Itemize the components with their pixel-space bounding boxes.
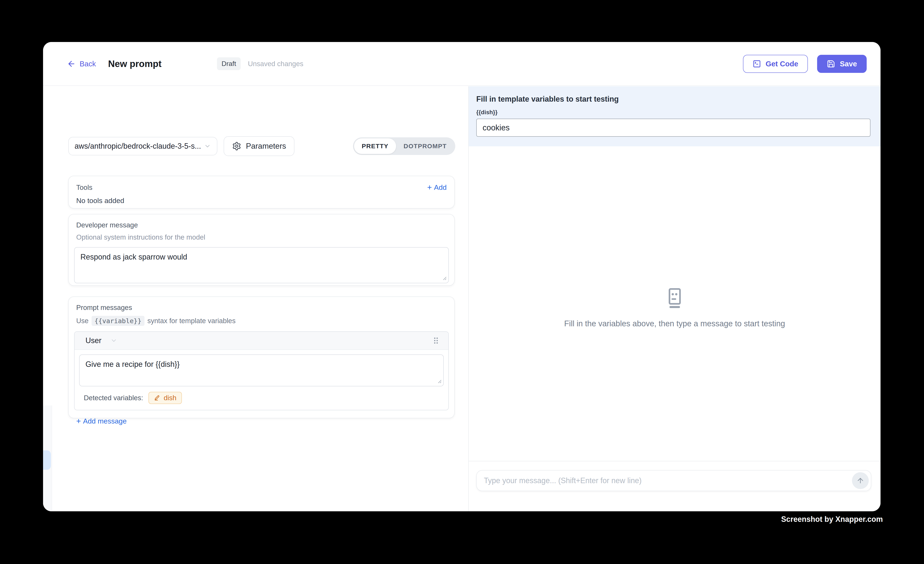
tools-title: Tools: [76, 183, 92, 192]
add-tool-label: Add: [434, 183, 447, 192]
terminal-icon: [753, 60, 761, 68]
developer-message-title: Developer message: [74, 221, 449, 229]
watermark-text: Screenshot by Xnapper.com: [781, 515, 883, 524]
parameters-label: Parameters: [246, 142, 286, 150]
send-message-button[interactable]: [852, 472, 869, 489]
arrow-left-icon: [67, 59, 76, 68]
chevron-down-icon[interactable]: [110, 337, 117, 344]
edge-drawer-highlight: [43, 450, 51, 470]
prompt-messages-title: Prompt messages: [74, 304, 449, 312]
view-mode-toggle: PRETTY DOTPROMPT: [353, 137, 455, 155]
chevron-down-icon: [204, 142, 211, 150]
empty-state-text: Fill in the variables above, then type a…: [564, 319, 785, 328]
chat-input-container: [476, 470, 871, 491]
editor-toolbar: aws/anthropic/bedrock-claude-3-5-s... Pa…: [68, 137, 455, 155]
variable-name-label: {{dish}}: [476, 109, 870, 116]
model-selector[interactable]: aws/anthropic/bedrock-claude-3-5-s...: [68, 137, 218, 155]
prompt-editor-panel: aws/anthropic/bedrock-claude-3-5-s... Pa…: [43, 86, 468, 511]
variables-panel-title: Fill in template variables to start test…: [476, 95, 870, 104]
drag-handle-icon[interactable]: [432, 336, 440, 345]
add-message-label: Add message: [83, 417, 127, 425]
detected-variables-label: Detected variables:: [84, 394, 143, 402]
template-variables-panel: Fill in template variables to start test…: [469, 86, 880, 146]
message-block: User Give me a recipe for {{dish}}: [74, 332, 449, 410]
syntax-hint-code: {{variable}}: [92, 316, 144, 326]
get-code-button[interactable]: Get Code: [743, 55, 808, 73]
page-title: New prompt: [108, 58, 162, 69]
back-button[interactable]: Back: [67, 59, 96, 68]
syntax-hint-prefix: Use: [76, 317, 88, 325]
save-button[interactable]: Save: [817, 55, 867, 73]
message-header: User: [75, 332, 448, 350]
message-content-field: Give me a recipe for {{dish}}: [79, 354, 444, 386]
tools-card: Tools + Add No tools added: [68, 176, 454, 208]
draft-status-badge: Draft: [217, 57, 241, 70]
developer-message-field: Respond as jack sparrow would: [74, 247, 449, 283]
back-label: Back: [80, 60, 96, 68]
add-message-button[interactable]: + Add message: [74, 417, 449, 426]
variable-chip-label: dish: [164, 394, 176, 402]
variable-chip-dish[interactable]: dish: [148, 392, 182, 404]
developer-message-card: Developer message Optional system instru…: [68, 214, 454, 286]
screenshot-stage: Back New prompt Draft Unsaved changes Ge…: [0, 0, 924, 564]
plus-icon: +: [427, 183, 432, 192]
message-body: Give me a recipe for {{dish}} Detected v…: [75, 350, 448, 410]
arrow-up-icon: [856, 477, 864, 484]
parameters-button[interactable]: Parameters: [224, 136, 294, 156]
tester-panel: Fill in template variables to start test…: [468, 86, 880, 511]
chat-input-bar: [469, 461, 880, 511]
add-tool-button[interactable]: + Add: [427, 183, 447, 192]
toggle-pretty[interactable]: PRETTY: [354, 138, 396, 154]
bot-face-icon: [664, 288, 685, 309]
toggle-dotprompt[interactable]: DOTPROMPT: [396, 138, 454, 154]
syntax-hint: Use {{variable}} syntax for template var…: [74, 316, 449, 326]
message-role-select[interactable]: User: [86, 336, 101, 345]
get-code-label: Get Code: [766, 60, 798, 68]
gear-icon: [232, 141, 241, 151]
plus-icon: +: [76, 417, 81, 426]
chat-message-input[interactable]: [477, 471, 871, 491]
developer-message-subtitle: Optional system instructions for the mod…: [74, 233, 449, 241]
header: Back New prompt Draft Unsaved changes Ge…: [43, 42, 880, 86]
tools-empty-text: No tools added: [74, 196, 449, 205]
syntax-hint-suffix: syntax for template variables: [147, 317, 236, 325]
resize-handle-icon[interactable]: [436, 378, 442, 384]
detected-variables-row: Detected variables: dish: [79, 386, 444, 405]
tester-empty-state: Fill in the variables above, then type a…: [469, 146, 880, 461]
pencil-icon: [154, 394, 160, 401]
variable-value-input[interactable]: [476, 118, 870, 137]
prompt-messages-card: Prompt messages Use {{variable}} syntax …: [68, 297, 454, 418]
save-label: Save: [840, 60, 857, 68]
model-selector-value: aws/anthropic/bedrock-claude-3-5-s...: [75, 142, 201, 150]
save-icon: [827, 60, 835, 68]
app-window: Back New prompt Draft Unsaved changes Ge…: [43, 42, 880, 511]
unsaved-changes-text: Unsaved changes: [248, 60, 303, 68]
message-content-input[interactable]: Give me a recipe for {{dish}}: [80, 355, 443, 386]
developer-message-input[interactable]: Respond as jack sparrow would: [75, 248, 448, 283]
resize-handle-icon[interactable]: [441, 275, 447, 281]
